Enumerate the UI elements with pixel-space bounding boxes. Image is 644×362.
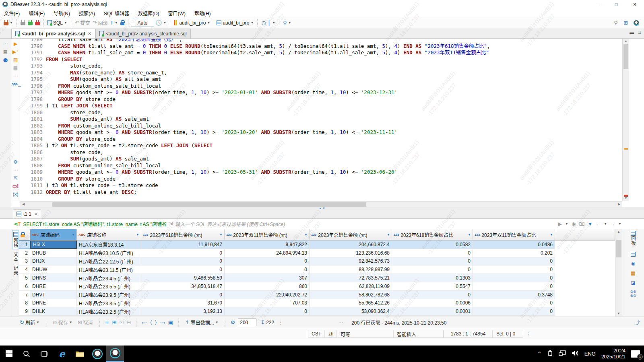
code-line[interactable]: SUM(goods_amt) AS sale_amt	[46, 156, 622, 162]
grid-cell[interactable]: 860	[225, 282, 310, 291]
grid-cell[interactable]: 707.03	[225, 299, 310, 308]
grid-cell[interactable]: 62,828,119.09	[310, 282, 392, 291]
start-button[interactable]	[0, 346, 18, 362]
scrollbar-thumb[interactable]	[616, 240, 621, 257]
grid-cell[interactable]: HLA唯品会22.12.5 (广州)	[77, 257, 141, 266]
row-number[interactable]: 4	[19, 265, 30, 274]
minimize-button[interactable]: –	[588, 0, 607, 9]
grid-cell[interactable]: 0	[473, 274, 555, 282]
sql-editor[interactable]: ⋯ ▤ ⚈ ▶ ▶⁺ ▥ ▤ ⋯ ⋙_ ⚙ ⋯ ⇱ ▭! (x) 1789179…	[0, 39, 644, 207]
scrollbar-thumb[interactable]	[52, 202, 366, 207]
dashboard-button[interactable]: ◷	[260, 19, 267, 26]
grid-cell[interactable]: HLA唯品会23.11.5 (广州)	[77, 265, 141, 274]
scroll-down-arrow[interactable]: ▼	[623, 195, 629, 201]
aggregate-button[interactable]: ▦	[622, 270, 644, 276]
editor-vertical-scrollbar[interactable]: ▲ ▼	[622, 39, 629, 201]
grid-cell[interactable]: 0	[473, 265, 555, 274]
code-line[interactable]: GROUP BY store_code	[46, 136, 622, 143]
column-dropdown-icon[interactable]: ▼	[468, 233, 471, 237]
taskbar-clock[interactable]: 20:24 2025/10/21	[601, 348, 625, 360]
quick-search-icon[interactable]: ⚲	[614, 20, 618, 25]
grid-cell[interactable]: 204,660,872.4	[310, 241, 392, 249]
rollback-button[interactable]: ↷回滚	[91, 19, 109, 27]
grid-cell[interactable]: DHJX	[30, 257, 77, 266]
tx-history-dropdown[interactable]: 🕓▼	[154, 19, 167, 26]
column-dropdown-icon[interactable]: ▼	[550, 233, 553, 237]
grid-cell[interactable]: 0	[392, 291, 473, 299]
grid-cell[interactable]: 0	[225, 257, 310, 266]
grid-cell[interactable]: DHLK	[30, 307, 77, 316]
grid-cell[interactable]: HLA唯品会23.9.5 (广州)	[77, 291, 141, 299]
save-button[interactable]: ⊘保存▼	[52, 318, 74, 327]
grid-cell[interactable]: 11,910,847	[141, 241, 225, 249]
row-count-button[interactable]: ↧222	[259, 319, 275, 326]
column-header[interactable]: 1232023年618销售金额占比▼	[392, 229, 473, 241]
code-line[interactable]: ORDER BY t1.all_sale_amt DESC;	[46, 189, 622, 196]
code-line[interactable]: GROUP BY store_code	[46, 176, 622, 183]
open-in-new-window-icon[interactable]: ⤴	[635, 319, 644, 326]
row-number[interactable]: 5	[19, 274, 30, 282]
duplicate-row-icon[interactable]: ⊡	[119, 319, 124, 325]
task-view-icon[interactable]	[35, 346, 53, 362]
grid-cell[interactable]: DHUB	[30, 249, 77, 257]
code-line[interactable]: FROM custom_online_sale_bill_local	[46, 162, 622, 169]
grid-cell[interactable]: 0.202	[473, 249, 555, 257]
commit-button[interactable]: ↶提交	[74, 19, 91, 27]
grid-cell[interactable]: HLA唯品会23.5.5 (广州)	[77, 282, 141, 291]
maximize-editor-icon[interactable]: □	[638, 30, 641, 35]
grid-cell[interactable]: 0.3748	[473, 291, 555, 299]
grid-cell[interactable]: 0	[473, 282, 555, 291]
database-stack-icon[interactable]: ⚈	[0, 57, 11, 64]
code-line[interactable]: CASE WHEN t1.all_sale_amt = 0 THEN 0 ELS…	[46, 43, 622, 50]
new-connection-button[interactable]: ▼	[2, 20, 14, 26]
scroll-right-arrow[interactable]: ▶	[616, 202, 622, 207]
grid-cell[interactable]: 0	[473, 257, 555, 266]
scroll-left-arrow[interactable]: ◀	[20, 202, 27, 207]
row-number[interactable]: 7	[19, 291, 30, 299]
filter-funnel-icon[interactable]: ▼	[588, 221, 592, 227]
code-line[interactable]: CASE WHEN t1.all_sale_amt = 0 THEN 0 ELS…	[46, 49, 622, 56]
row-number[interactable]: 2	[19, 249, 30, 257]
column-dropdown-icon[interactable]: ▼	[72, 233, 75, 237]
grid-cell[interactable]: DHUW	[30, 265, 77, 274]
sql-console-icon[interactable]: ⋙_	[11, 81, 20, 87]
metadata-button[interactable]: ◉	[622, 261, 644, 266]
tray-expand-icon[interactable]: ⌃	[537, 351, 542, 357]
code-line[interactable]: ) t3 ON t1.store_code = t3.store_code	[46, 182, 622, 189]
grid-cell[interactable]: 0.0486	[473, 241, 555, 249]
grid-cell[interactable]: 0	[141, 291, 225, 299]
prev-page-icon[interactable]: ⟨	[150, 319, 152, 325]
row-number[interactable]: 6	[19, 282, 30, 291]
apply-filter-icon[interactable]: ▶	[558, 221, 562, 227]
grid-cell[interactable]: 0.0001	[392, 307, 473, 316]
row-number[interactable]: 3	[19, 257, 30, 266]
grid-vertical-scrollbar[interactable]: ▲ ▼	[615, 229, 622, 317]
column-header[interactable]: 1232023年双11销售金额占比▼	[473, 229, 555, 241]
dbeaver-taskbar-icon-active[interactable]	[106, 346, 124, 362]
code-line[interactable]: SUM(goods_amt) AS sale_amt	[46, 116, 622, 123]
schema-selector[interactable]: audit_bi_pro▼	[215, 19, 255, 27]
editor-settings-gear-icon[interactable]: ⚙	[11, 159, 20, 165]
scroll-down-arrow[interactable]: ▼	[615, 311, 622, 317]
menu-item[interactable]: 文件(F)	[4, 10, 20, 16]
grid-settings-gear-icon[interactable]: ⚙	[231, 319, 235, 325]
references-button[interactable]: ⊝⊕⊗⊖	[622, 290, 644, 298]
code-line[interactable]: WHERE goods_amt >= 0 AND SUBSTR(order_ti…	[46, 169, 622, 176]
code-line[interactable]: GROUP BY store_code	[46, 96, 622, 103]
maximize-button[interactable]: □	[607, 0, 625, 9]
taskbar-search-icon[interactable]	[18, 346, 35, 362]
grid-cell[interactable]: 9,486,558.59	[141, 274, 225, 282]
grid-cell[interactable]: HLA唯品会23.10.5 (广州)	[77, 249, 141, 257]
er-diagram-dropdown[interactable]: ⎜▼	[267, 19, 277, 26]
expand-filter-icon[interactable]: ⇲	[169, 221, 173, 226]
code-line[interactable]: ) t2 ON t1.store_code = t2.store_code LE…	[46, 142, 622, 149]
result-grid[interactable]: ABC店铺编码▼ABC店铺名称▼1232023年618销售金额 (元)▼1232…	[19, 229, 615, 317]
grid-cell[interactable]: 88,228,987.99	[310, 265, 392, 274]
column-dropdown-icon[interactable]: ▼	[304, 233, 308, 237]
grid-cell[interactable]: 0	[141, 265, 225, 274]
view-tab-grid[interactable]: 网格	[12, 230, 19, 249]
grid-cell[interactable]: 0	[392, 257, 473, 266]
grid-cell[interactable]: 0	[225, 265, 310, 274]
grid-cell[interactable]: 0	[141, 249, 225, 257]
menu-item[interactable]: 搜索(A)	[79, 10, 95, 16]
